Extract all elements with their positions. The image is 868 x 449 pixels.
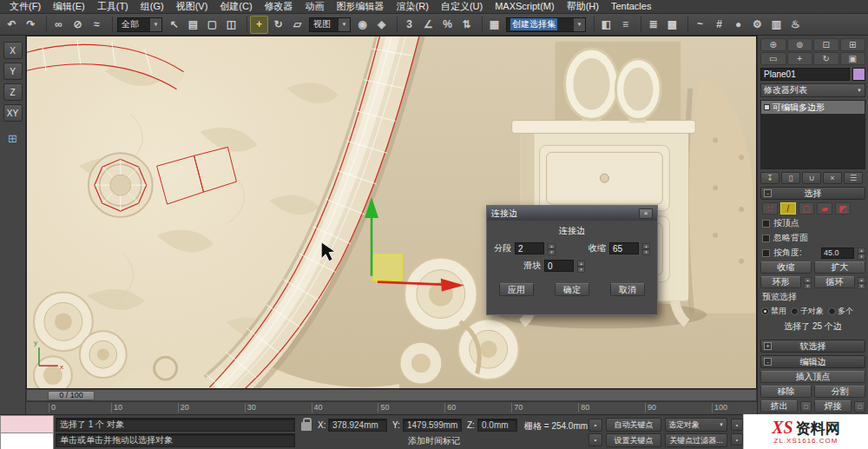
preview-option-1[interactable]: 子对象: [791, 306, 824, 317]
grow-button[interactable]: 扩大: [814, 261, 865, 274]
loop-button[interactable]: 循环: [814, 276, 855, 288]
spinner-snap-icon[interactable]: ⇅: [457, 16, 476, 34]
unlink-selection-icon[interactable]: ⊘: [69, 16, 87, 34]
axis-constraint-x-button[interactable]: X: [3, 42, 23, 59]
extrude-settings-button[interactable]: □: [800, 401, 812, 413]
spinner-up-icon[interactable]: ▴: [858, 248, 865, 254]
select-and-scale-icon[interactable]: ▱: [288, 16, 306, 34]
apply-button[interactable]: 应用: [499, 283, 534, 296]
select-by-name-icon[interactable]: ▤: [184, 16, 202, 34]
rollout-soft-selection[interactable]: + 软选择: [760, 340, 865, 353]
bind-to-space-warp-icon[interactable]: ≈: [88, 16, 106, 34]
selected-filter-dropdown[interactable]: 选定对象 ▼: [665, 418, 727, 432]
set-key-icon[interactable]: •: [589, 419, 602, 432]
slide-spinner[interactable]: ▴ ▾: [577, 261, 585, 272]
key-filters-button[interactable]: 关键点过滤器...: [665, 433, 727, 447]
x-coord-field[interactable]: 378.924mm: [328, 419, 387, 432]
mirror-icon[interactable]: ◧: [597, 16, 615, 34]
rendered-frame-icon[interactable]: ▥: [767, 16, 786, 34]
layer-manager-icon[interactable]: ≣: [644, 16, 662, 34]
configure-modifier-sets-icon[interactable]: ☰: [844, 172, 863, 184]
zoom-extents-icon[interactable]: ⊡: [813, 38, 839, 51]
element-subobject-icon[interactable]: ◩: [835, 202, 851, 215]
spinner-up-icon[interactable]: ▴: [548, 243, 556, 249]
ring-button[interactable]: 环形: [760, 276, 801, 288]
make-unique-icon[interactable]: ∪: [802, 172, 821, 184]
segments-spinner[interactable]: ▴ ▾: [548, 243, 556, 254]
curve-editor-icon[interactable]: ~: [691, 16, 709, 34]
render-setup-icon[interactable]: ⚙: [748, 16, 766, 34]
remove-button[interactable]: 移除: [760, 386, 812, 398]
key-mode-toggle-icon[interactable]: •: [731, 419, 743, 431]
menu-item-10[interactable]: 自定义(U): [435, 0, 489, 13]
spinner-up-icon[interactable]: ▴: [642, 243, 650, 249]
by-angle-value-field[interactable]: 45.0: [821, 248, 854, 259]
collapse-icon[interactable]: -: [764, 189, 772, 197]
spinner-up-icon[interactable]: ▴: [577, 261, 585, 267]
use-pivot-center-icon[interactable]: ◉: [353, 16, 372, 34]
selection-filter-dropdown[interactable]: 全部▼: [117, 17, 162, 32]
stack-empty-area[interactable]: [761, 114, 865, 168]
y-coord-field[interactable]: 1479.599mm: [403, 419, 462, 432]
pinch-spinner[interactable]: ▴ ▾: [642, 243, 650, 254]
select-object-icon[interactable]: ↖: [165, 16, 183, 34]
new-key-icon[interactable]: •: [589, 433, 602, 446]
polygon-subobject-icon[interactable]: ▰: [817, 202, 832, 215]
selection-lock-icon[interactable]: [301, 422, 312, 431]
border-subobject-icon[interactable]: ▢: [799, 202, 814, 215]
edge-subobject-icon[interactable]: /: [780, 202, 796, 215]
ignore-backfacing-checkbox[interactable]: [762, 234, 770, 242]
redo-icon[interactable]: ↷: [22, 16, 40, 34]
radio-icon[interactable]: [791, 307, 799, 315]
spinner-down-icon[interactable]: ▾: [858, 254, 865, 260]
menu-item-1[interactable]: 编辑(E): [47, 0, 91, 13]
time-slider[interactable]: 0 / 100: [26, 389, 757, 401]
edit-named-selection-sets-icon[interactable]: ▦: [485, 16, 503, 34]
cancel-button[interactable]: 取消: [610, 283, 645, 296]
maximize-viewport-icon[interactable]: ▣: [840, 52, 866, 65]
expand-icon[interactable]: +: [764, 342, 772, 350]
angle-snap-icon[interactable]: ∠: [419, 16, 437, 34]
by-angle-row[interactable]: 按角度: 45.0 ▴ ▾: [760, 247, 865, 259]
rollout-edit-edges[interactable]: - 编辑边: [760, 355, 865, 368]
rollout-selection[interactable]: - 选择: [760, 187, 865, 200]
select-and-move-icon[interactable]: +: [250, 16, 268, 34]
menu-item-5[interactable]: 创建(C): [214, 0, 258, 13]
menu-item-6[interactable]: 修改器: [259, 0, 299, 13]
pin-stack-icon[interactable]: ↧: [760, 172, 779, 184]
dialog-titlebar[interactable]: 连接边 ×: [487, 206, 657, 221]
ring-spinner[interactable]: ▴ ▾: [804, 277, 812, 288]
loop-spinner[interactable]: ▴ ▾: [858, 277, 865, 288]
render-production-icon[interactable]: ♨: [786, 16, 805, 34]
menu-item-0[interactable]: 文件(F): [3, 0, 47, 13]
field-of-view-icon[interactable]: ▭: [760, 52, 786, 65]
pinch-field[interactable]: 65: [609, 242, 639, 254]
selection-region-icon[interactable]: ▢: [203, 16, 221, 34]
spinner-down-icon[interactable]: ▾: [642, 249, 650, 255]
window-crossing-icon[interactable]: ◫: [222, 16, 240, 34]
preview-option-0[interactable]: 禁用: [761, 306, 786, 317]
object-name-field[interactable]: Plane01: [760, 68, 850, 81]
menu-item-12[interactable]: 帮助(H): [561, 0, 605, 13]
graphite-ribbon-icon[interactable]: ▩: [663, 16, 681, 34]
split-button[interactable]: 分割: [814, 386, 865, 398]
zoom-extents-all-icon[interactable]: ⊞: [840, 38, 866, 51]
stack-item-editable-poly[interactable]: 可编辑多边形: [761, 101, 865, 114]
weld-button[interactable]: 焊接: [814, 400, 852, 413]
menu-item-9[interactable]: 渲染(R): [391, 0, 435, 13]
select-and-link-icon[interactable]: ∞: [49, 16, 68, 34]
percent-snap-icon[interactable]: %: [438, 16, 457, 34]
named-selection-dropdown[interactable]: 创建选择集▼: [506, 17, 586, 32]
insert-vertex-button[interactable]: 插入顶点: [760, 371, 865, 383]
snap-toggle-icon[interactable]: 3: [400, 16, 418, 34]
spinner-down-icon[interactable]: ▾: [577, 267, 585, 273]
ok-button[interactable]: 确定: [555, 283, 589, 296]
dialog-close-button[interactable]: ×: [639, 208, 653, 219]
mini-listener-input[interactable]: [0, 432, 54, 449]
show-end-result-icon[interactable]: ▯: [781, 172, 800, 184]
material-editor-icon[interactable]: ●: [729, 16, 747, 34]
spinner-down-icon[interactable]: ▾: [548, 249, 556, 255]
pan-view-icon[interactable]: +: [787, 52, 813, 65]
menu-item-13[interactable]: Tentacles: [605, 0, 657, 13]
align-icon[interactable]: ≡: [616, 16, 635, 34]
